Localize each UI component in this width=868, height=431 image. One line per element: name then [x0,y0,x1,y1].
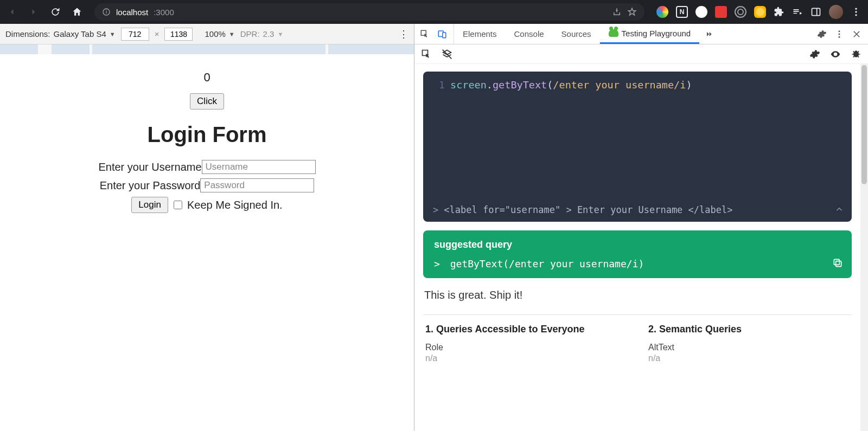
viewport-width-input[interactable] [121,28,149,41]
device-toolbar-menu[interactable]: ⋮ [399,28,409,40]
query-field-name: AltText [648,343,850,352]
chrome-menu-icon[interactable] [851,7,861,17]
tab-sources[interactable]: Sources [553,24,600,44]
svg-point-5 [855,8,857,10]
home-icon [72,7,82,17]
suggested-query-title: suggested query [434,239,841,250]
copy-suggested-query[interactable] [832,258,843,271]
counter-value: 0 [0,70,414,85]
url-port: :3000 [154,8,174,17]
extensions-puzzle-icon[interactable] [774,7,784,17]
home-button[interactable] [69,4,85,20]
dimensions-label: Dimensions: [5,29,50,38]
devtools-menu-icon[interactable] [834,29,844,39]
suggested-prefix: > [434,258,440,269]
viewport-height-input[interactable] [164,28,193,41]
code-token-ident: screen [450,79,487,91]
scrollbar-thumb[interactable] [861,65,867,184]
share-icon[interactable] [612,7,622,17]
reload-icon [50,7,61,17]
keep-signed-in-checkbox[interactable] [174,201,182,209]
device-name: Galaxy Tab S4 [54,29,106,38]
queries-semantic-column: 2. Semantic Queries AltText n/a [648,320,850,363]
extension-icon-5[interactable] [735,6,746,18]
bug-icon [851,49,861,60]
zoom-value: 100% [205,29,225,38]
dpr-select[interactable]: DPR: 2.3 ▼ [240,29,284,38]
svg-rect-2 [106,10,106,10]
scrollbar-track[interactable] [860,64,868,431]
svg-rect-1 [106,11,106,14]
playground-pick-element[interactable] [420,48,433,61]
playground-layers-toggle[interactable] [441,48,454,61]
username-label: Enter your Username [98,161,201,173]
device-select[interactable]: Dimensions: Galaxy Tab S4 ▼ [5,29,116,38]
svg-point-12 [839,36,840,37]
dimension-separator: × [155,29,159,38]
playground-body: 1screen.getByText(/enter your username/i… [414,64,860,431]
double-chevron-right-icon [705,30,713,38]
code-line-number: 1 [433,79,445,91]
login-button[interactable]: Login [131,197,168,213]
playground-toolbar [414,44,868,64]
playground-visibility[interactable] [829,48,842,61]
playground-code-editor[interactable]: 1screen.getByText(/enter your username/i… [423,72,852,222]
page-preview-viewport[interactable]: 0 Click Login Form Enter your Username E… [0,54,414,431]
inspect-element-toggle[interactable] [418,27,432,41]
click-button[interactable]: Click [190,93,224,110]
forward-button[interactable] [26,4,41,20]
arrow-right-icon [28,7,39,17]
devtools-settings-icon[interactable] [817,29,827,39]
playlist-icon[interactable] [792,7,803,17]
browser-toolbar: localhost:3000 N [0,0,868,24]
profile-avatar[interactable] [829,5,843,19]
queries-semantic-heading: 2. Semantic Queries [648,324,850,335]
devtools-pane: Elements Console Sources Testing Playgro… [414,24,868,431]
playground-debug[interactable] [850,48,863,61]
code-token-dot: . [487,79,493,91]
bookmark-star-icon[interactable] [627,7,637,17]
back-button[interactable] [4,4,20,20]
username-input[interactable] [202,160,316,174]
site-info-icon[interactable] [102,8,111,16]
password-input[interactable] [200,178,314,192]
devtools-tabstrip: Elements Console Sources Testing Playgro… [414,24,868,44]
dpr-label: DPR: [240,29,260,38]
rendered-page-pane: Dimensions: Galaxy Tab S4 ▼ × 100% ▼ DPR… [0,24,414,431]
code-token-method: getByText [493,79,547,91]
tabs-overflow[interactable] [699,24,719,44]
devtools-close-icon[interactable] [852,29,861,39]
extensions-row: N [654,5,864,19]
extension-icon-1[interactable] [656,6,668,18]
zoom-select[interactable]: 100% ▼ [205,29,234,38]
code-result-html: <label for="username" > Enter your Usern… [444,204,732,215]
extension-icon-4[interactable] [715,6,727,18]
code-token-open: ( [547,79,553,91]
extension-icon-6[interactable] [754,6,766,18]
queries-accessible-column: 1. Queries Accessible to Everyone Role n… [425,320,627,363]
device-mode-toggle[interactable] [435,27,449,41]
queries-accessible-heading: 1. Queries Accessible to Everyone [425,324,627,335]
password-label: Enter your Password [100,179,201,192]
chevron-down-icon: ▼ [110,31,116,37]
code-token-close: ) [686,79,692,91]
device-ruler [0,44,414,54]
svg-rect-14 [834,259,839,265]
tab-elements[interactable]: Elements [454,24,506,44]
tab-testing-playground[interactable]: Testing Playground [600,24,700,44]
gear-icon [809,49,820,60]
svg-point-10 [839,30,840,32]
inspect-cursor-icon [420,29,430,39]
extension-icon-2[interactable]: N [676,6,688,18]
queries-section: 1. Queries Accessible to Everyone Role n… [423,314,852,363]
extension-icon-3[interactable] [695,6,707,18]
playground-settings[interactable] [808,48,821,61]
address-bar[interactable]: localhost:3000 [94,3,644,21]
reload-button[interactable] [48,4,63,20]
panel-icon[interactable] [810,7,821,17]
code-collapse-toggle[interactable] [834,204,844,216]
tab-console[interactable]: Console [506,24,553,44]
svg-rect-13 [836,261,841,267]
svg-rect-3 [812,8,820,15]
keep-signed-in-label: Keep Me Signed In. [187,199,283,211]
